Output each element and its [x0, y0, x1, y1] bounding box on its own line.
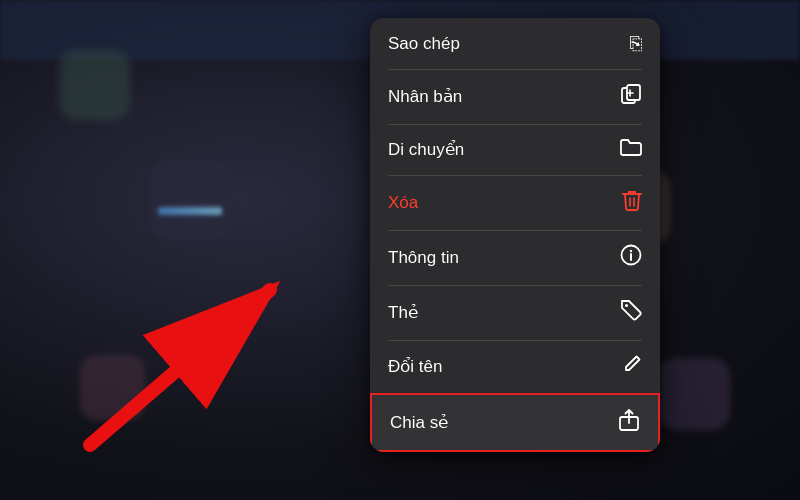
menu-item-nhan-ban[interactable]: Nhân bản [370, 69, 660, 124]
tag-icon [620, 299, 642, 326]
menu-item-sao-chep-label: Sao chép [388, 34, 460, 54]
context-menu: Sao chép ⎘ Nhân bản Di chuyển Xóa [370, 18, 660, 452]
menu-item-the-label: Thẻ [388, 302, 418, 323]
menu-item-chia-se-label: Chia sẻ [390, 412, 448, 433]
menu-item-thong-tin-label: Thông tin [388, 248, 459, 268]
menu-item-xoa[interactable]: Xóa [370, 175, 660, 230]
bg-app-icon-3 [60, 50, 130, 120]
duplicate-icon [620, 83, 642, 110]
svg-point-10 [630, 250, 632, 252]
folder-icon [620, 138, 642, 161]
menu-item-doi-ten-label: Đổi tên [388, 356, 442, 377]
menu-item-nhan-ban-label: Nhân bản [388, 86, 462, 107]
svg-point-11 [625, 304, 628, 307]
share-icon [618, 409, 640, 436]
menu-item-thong-tin[interactable]: Thông tin [370, 230, 660, 285]
menu-item-chia-se[interactable]: Chia sẻ [370, 393, 660, 452]
menu-item-doi-ten[interactable]: Đổi tên [370, 340, 660, 393]
menu-item-xoa-label: Xóa [388, 193, 418, 213]
menu-item-di-chuyen-label: Di chuyển [388, 139, 464, 160]
pencil-icon [622, 354, 642, 379]
menu-item-the[interactable]: Thẻ [370, 285, 660, 340]
bg-app-icon-4 [80, 355, 145, 420]
menu-item-di-chuyen[interactable]: Di chuyển [370, 124, 660, 175]
bg-app-icon-1 [150, 160, 230, 240]
trash-icon [622, 189, 642, 216]
menu-item-sao-chep[interactable]: Sao chép ⎘ [370, 18, 660, 69]
copy-icon: ⎘ [630, 32, 642, 55]
info-icon [620, 244, 642, 271]
bg-app-icon-5 [658, 358, 730, 430]
